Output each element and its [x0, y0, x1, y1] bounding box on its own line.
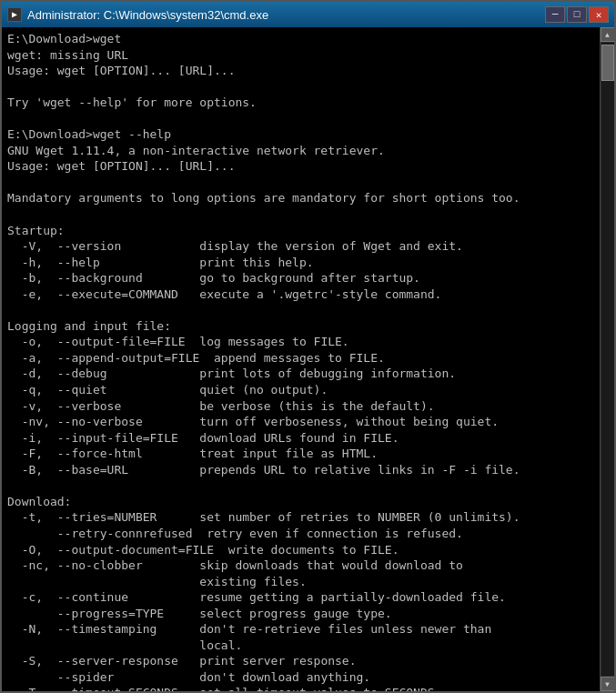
maximize-button[interactable]: □: [567, 6, 587, 23]
scroll-thumb[interactable]: [601, 45, 614, 81]
scrollbar[interactable]: ▲ ▼: [600, 27, 614, 691]
title-bar-controls: ─ □ ✕: [545, 6, 609, 23]
window: ▶ Administrator: C:\Windows\system32\cmd…: [0, 0, 616, 693]
title-bar: ▶ Administrator: C:\Windows\system32\cmd…: [2, 2, 614, 27]
window-title: Administrator: C:\Windows\system32\cmd.e…: [27, 8, 268, 22]
terminal-wrapper: E:\Download>wget wget: missing URL Usage…: [2, 27, 614, 691]
scroll-down-button[interactable]: ▼: [601, 677, 615, 691]
minimize-button[interactable]: ─: [545, 6, 565, 23]
scroll-track[interactable]: [601, 43, 614, 676]
terminal-output: E:\Download>wget wget: missing URL Usage…: [7, 31, 594, 691]
title-bar-left: ▶ Administrator: C:\Windows\system32\cmd…: [7, 7, 268, 22]
terminal-content[interactable]: E:\Download>wget wget: missing URL Usage…: [2, 27, 600, 691]
window-icon: ▶: [7, 7, 22, 22]
close-button[interactable]: ✕: [589, 6, 609, 23]
scroll-up-button[interactable]: ▲: [601, 27, 615, 42]
